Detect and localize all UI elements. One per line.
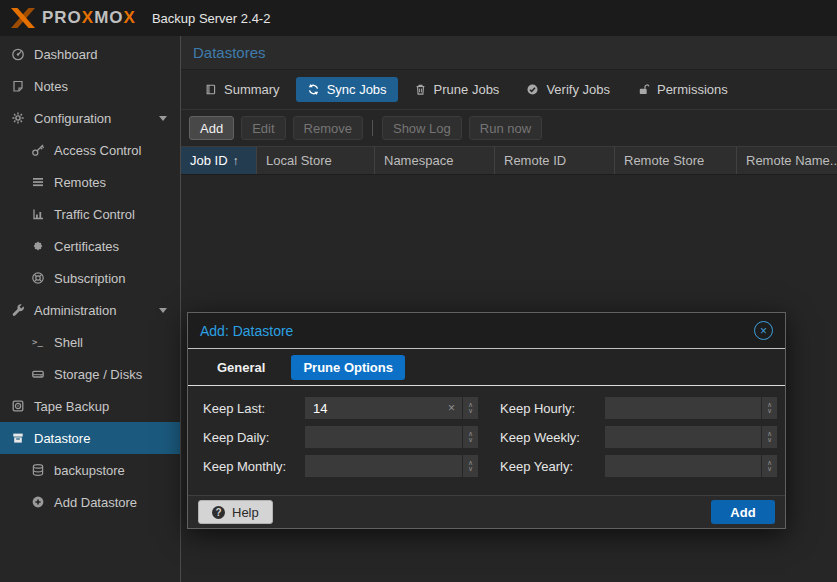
keep-last-label: Keep Last: <box>203 401 305 416</box>
spinner-down-icon: ∨ <box>468 408 473 414</box>
check-circle-icon <box>526 83 539 96</box>
keep-yearly-field[interactable]: ∧∨ <box>605 455 777 477</box>
dialog-title: Add: Datastore <box>200 323 754 339</box>
dialog-add-button[interactable]: Add <box>711 500 775 524</box>
edit-button[interactable]: Edit <box>241 116 285 140</box>
book-icon <box>204 83 217 96</box>
spinner-down-icon: ∨ <box>468 437 473 443</box>
wrench-icon <box>9 303 26 317</box>
keep-monthly-label: Keep Monthly: <box>203 459 305 474</box>
dialog-footer: ? Help Add <box>188 495 785 528</box>
gears-icon <box>9 111 26 125</box>
dialog-tab-general[interactable]: General <box>205 355 277 380</box>
table-header-row: Job ID ↑ Local Store Namespace Remote ID… <box>181 146 837 175</box>
spinner-control[interactable]: ∧∨ <box>761 426 777 448</box>
sidebar-item-configuration[interactable]: Configuration <box>0 102 180 134</box>
column-header-remote-namespace[interactable]: Remote Name... <box>737 147 837 174</box>
clear-field-icon[interactable]: × <box>448 397 462 419</box>
trash-icon <box>414 83 427 96</box>
sidebar-item-dashboard[interactable]: Dashboard <box>0 38 180 70</box>
tab-sync-jobs[interactable]: Sync Jobs <box>296 77 398 102</box>
sidebar-item-subscription[interactable]: Subscription <box>0 262 180 294</box>
sync-jobs-toolbar: Add Edit Remove Show Log Run now <box>181 110 837 146</box>
spinner-control[interactable]: ∧∨ <box>462 455 478 477</box>
dialog-close-button[interactable]: × <box>754 321 773 340</box>
spinner-control[interactable]: ∧∨ <box>462 397 478 419</box>
spinner-control[interactable]: ∧∨ <box>761 397 777 419</box>
top-header-bar: PROXMOX Backup Server 2.4-2 <box>0 0 837 36</box>
tab-prune-jobs[interactable]: Prune Jobs <box>403 77 511 102</box>
keep-weekly-label: Keep Weekly: <box>500 430 605 445</box>
spinner-control[interactable]: ∧∨ <box>761 455 777 477</box>
keep-last-field[interactable]: 14 × ∧∨ <box>305 397 478 419</box>
column-header-job-id[interactable]: Job ID ↑ <box>181 147 257 174</box>
proxmox-logo-mark-icon <box>10 7 36 29</box>
keep-daily-label: Keep Daily: <box>203 430 305 445</box>
key-icon <box>29 143 46 157</box>
sidebar-item-datastore[interactable]: Datastore <box>0 422 180 454</box>
toolbar-separator <box>372 120 373 136</box>
keep-weekly-field[interactable]: ∧∨ <box>605 426 777 448</box>
remove-button[interactable]: Remove <box>293 116 363 140</box>
sidebar-nav: Dashboard Notes Configuration Access Con… <box>0 36 181 582</box>
dialog-tabstrip: General Prune Options <box>188 349 785 386</box>
dialog-tab-prune-options[interactable]: Prune Options <box>291 355 405 380</box>
app-version-subtitle: Backup Server 2.4-2 <box>152 11 271 26</box>
dialog-header[interactable]: Add: Datastore × <box>188 313 785 349</box>
column-header-remote-store[interactable]: Remote Store <box>615 147 737 174</box>
panel-title-bar: Datastores <box>181 36 837 70</box>
chevron-down-icon[interactable] <box>159 308 167 313</box>
column-header-local-store[interactable]: Local Store <box>257 147 375 174</box>
keep-hourly-label: Keep Hourly: <box>500 401 605 416</box>
add-button[interactable]: Add <box>189 116 234 140</box>
question-circle-icon: ? <box>212 506 225 519</box>
list-bars-icon <box>29 175 46 189</box>
sidebar-item-administration[interactable]: Administration <box>0 294 180 326</box>
spinner-down-icon: ∨ <box>468 466 473 472</box>
column-header-namespace[interactable]: Namespace <box>375 147 495 174</box>
sidebar-item-tape-backup[interactable]: Tape Backup <box>0 390 180 422</box>
sort-ascending-icon: ↑ <box>233 154 239 168</box>
spinner-control[interactable]: ∧∨ <box>462 426 478 448</box>
sidebar-item-storage-disks[interactable]: Storage / Disks <box>0 358 180 390</box>
sidebar-item-backupstore[interactable]: backupstore <box>0 454 180 486</box>
refresh-icon <box>307 83 320 96</box>
spinner-down-icon: ∨ <box>767 437 772 443</box>
sidebar-item-notes[interactable]: Notes <box>0 70 180 102</box>
page-title: Datastores <box>193 44 266 61</box>
datastore-tabstrip: Summary Sync Jobs Prune Jobs <box>181 70 837 110</box>
note-icon <box>9 79 26 93</box>
keep-yearly-label: Keep Yearly: <box>500 459 605 474</box>
spinner-down-icon: ∨ <box>767 408 772 414</box>
life-ring-icon <box>29 271 46 285</box>
sidebar-item-traffic-control[interactable]: Traffic Control <box>0 198 180 230</box>
unlock-icon <box>637 83 650 96</box>
help-button[interactable]: ? Help <box>198 500 273 524</box>
sidebar-item-add-datastore[interactable]: Add Datastore <box>0 486 180 518</box>
terminal-icon: >_ <box>29 337 46 347</box>
add-datastore-dialog: Add: Datastore × General Prune Options K… <box>187 312 786 529</box>
spinner-down-icon: ∨ <box>767 466 772 472</box>
sidebar-item-access-control[interactable]: Access Control <box>0 134 180 166</box>
keep-hourly-field[interactable]: ∧∨ <box>605 397 777 419</box>
archive-box-icon <box>9 431 26 445</box>
proxmox-logo-text: PROXMOX <box>42 8 136 28</box>
chevron-down-icon[interactable] <box>159 116 167 121</box>
sidebar-item-remotes[interactable]: Remotes <box>0 166 180 198</box>
certificate-seal-icon <box>29 239 46 253</box>
show-log-button[interactable]: Show Log <box>382 116 462 140</box>
keep-monthly-field[interactable]: ∧∨ <box>305 455 478 477</box>
plus-circle-icon <box>29 495 46 509</box>
sidebar-item-shell[interactable]: >_ Shell <box>0 326 180 358</box>
tape-icon <box>9 399 26 413</box>
chart-bars-icon <box>29 207 46 221</box>
sidebar-item-certificates[interactable]: Certificates <box>0 230 180 262</box>
column-header-remote-id[interactable]: Remote ID <box>495 147 615 174</box>
tab-verify-jobs[interactable]: Verify Jobs <box>515 77 621 102</box>
close-icon: × <box>760 325 767 337</box>
keep-daily-field[interactable]: ∧∨ <box>305 426 478 448</box>
run-now-button[interactable]: Run now <box>469 116 542 140</box>
tab-summary[interactable]: Summary <box>193 77 291 102</box>
tab-permissions[interactable]: Permissions <box>626 77 739 102</box>
database-icon <box>29 463 46 477</box>
